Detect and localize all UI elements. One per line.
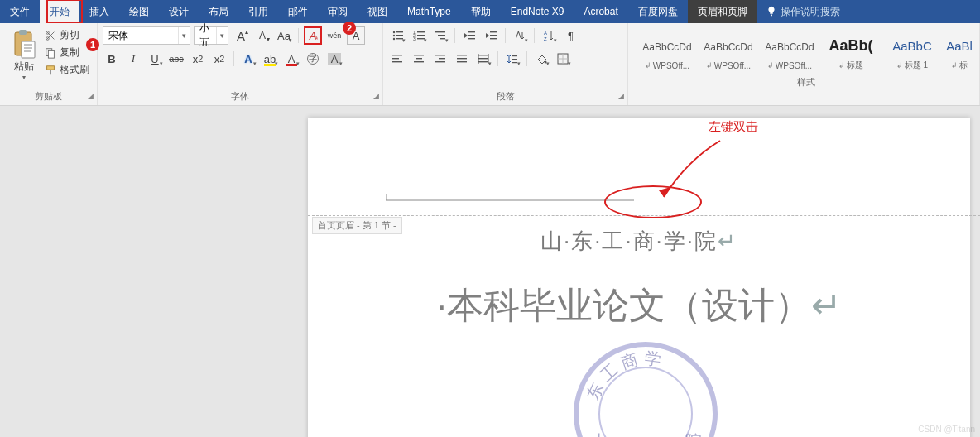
svg-rect-34	[392, 58, 399, 59]
paragraph-launcher[interactable]: ◢	[618, 92, 624, 100]
style-item-more[interactable]: AaBl↲标	[943, 26, 976, 76]
svg-point-11	[393, 35, 395, 36]
subscript-button[interactable]: x2	[189, 50, 207, 68]
cut-button[interactable]: 剪切	[45, 28, 92, 42]
style-item-heading1[interactable]: AaBbC↲标题 1	[882, 26, 943, 76]
align-right-icon	[435, 53, 446, 65]
scissors-icon	[45, 30, 56, 41]
style-item-title[interactable]: AaBb(↲标题	[820, 26, 882, 76]
enclose-characters-button[interactable]: 字	[304, 50, 322, 68]
svg-rect-7	[46, 65, 54, 69]
return-mark: ↵	[811, 285, 842, 325]
change-case-button[interactable]: Aa	[275, 26, 293, 45]
svg-rect-33	[392, 55, 402, 55]
tab-draw[interactable]: 绘图	[119, 0, 159, 23]
line-spacing-button[interactable]	[503, 50, 521, 68]
svg-rect-22	[438, 35, 445, 36]
paste-icon[interactable]	[12, 30, 36, 60]
document-title-text[interactable]: ·本科毕业论文（设计）↵	[308, 281, 970, 330]
svg-rect-36	[414, 55, 424, 55]
tab-file[interactable]: 文件	[0, 0, 40, 23]
tab-header-footer[interactable]: 页眉和页脚	[688, 0, 757, 23]
tab-help[interactable]: 帮助	[461, 0, 501, 23]
align-left-button[interactable]	[388, 50, 406, 68]
superscript-button[interactable]: x2	[210, 50, 228, 68]
bullet-list-button[interactable]	[388, 26, 406, 45]
style-item-wps1[interactable]: AaBbCcDd↲WPSOff...	[637, 26, 698, 76]
group-font-label: 字体	[231, 91, 249, 101]
italic-button[interactable]: I	[124, 50, 142, 68]
tab-baidudisk[interactable]: 百度网盘	[628, 0, 688, 23]
svg-rect-12	[396, 35, 403, 36]
align-distribute-button[interactable]	[474, 50, 492, 68]
character-shading-button[interactable]: A	[325, 50, 343, 68]
tab-layout[interactable]: 布局	[199, 0, 238, 23]
multilevel-list-button[interactable]	[431, 26, 449, 45]
svg-rect-6	[48, 50, 54, 58]
font-color-button[interactable]: A	[282, 50, 300, 68]
text-direction-button[interactable]: A	[511, 26, 529, 45]
svg-rect-24	[468, 31, 475, 32]
strikethrough-button[interactable]: abc	[167, 50, 185, 68]
style-item-wps3[interactable]: AaBbCcDd↲WPSOff...	[759, 26, 820, 76]
svg-rect-35	[392, 61, 402, 62]
font-name-combo[interactable]: 宋体▾	[103, 26, 190, 45]
format-painter-button[interactable]: 格式刷	[45, 63, 92, 77]
annotation-label: 左键双击	[709, 119, 758, 135]
text-effects-button[interactable]: A	[239, 50, 257, 68]
styles-gallery[interactable]: AaBbCcDd↲WPSOff... AaBbCcDd↲WPSOff... Aa…	[637, 26, 976, 76]
tab-insert[interactable]: 插入	[79, 0, 119, 23]
shrink-font-button[interactable]: A▾	[253, 26, 271, 45]
document-area: 首页页眉 - 第 1 节 - 山·东·工·商·学·院↵ ·本科毕业论文（设计）↵…	[0, 106, 980, 437]
svg-text:A: A	[516, 31, 521, 40]
clear-formatting-button[interactable]: A✎	[304, 26, 322, 45]
phonetic-guide-button[interactable]: wén	[325, 26, 343, 45]
textdir-icon: A	[514, 30, 526, 41]
paste-label[interactable]: 粘贴	[14, 60, 34, 74]
tell-me-search[interactable]: 操作说明搜索	[757, 0, 848, 23]
align-center-button[interactable]	[410, 50, 428, 68]
tab-mail[interactable]: 邮件	[278, 0, 318, 23]
sort-button[interactable]: AZ	[540, 26, 558, 45]
tab-endnote[interactable]: EndNote X9	[501, 0, 574, 23]
tab-mathtype[interactable]: MathType	[397, 0, 461, 23]
increase-indent-button[interactable]	[482, 26, 500, 45]
tab-review[interactable]: 审阅	[318, 0, 358, 23]
tab-references[interactable]: 引用	[238, 0, 278, 23]
svg-rect-26	[468, 38, 475, 39]
borders-button[interactable]	[554, 50, 572, 68]
svg-rect-45	[478, 55, 488, 55]
show-marks-button[interactable]: ¶	[561, 26, 579, 45]
align-right-button[interactable]	[431, 50, 449, 68]
svg-rect-18	[417, 35, 425, 36]
number-list-button[interactable]: 123	[410, 26, 428, 45]
grow-font-button[interactable]: A▴	[232, 26, 250, 45]
svg-rect-10	[396, 31, 403, 32]
tab-design[interactable]: 设计	[159, 0, 199, 23]
style-item-wps2[interactable]: AaBbCcDd↲WPSOff...	[698, 26, 759, 76]
copy-button[interactable]: 复制	[45, 46, 92, 60]
underline-button[interactable]: U	[146, 50, 164, 68]
font-size-combo[interactable]: 小五▾	[194, 26, 228, 45]
svg-text:Z: Z	[544, 36, 547, 41]
font-launcher[interactable]: ◢	[373, 92, 379, 100]
indent-icon	[485, 30, 497, 41]
tab-acrobat[interactable]: Acrobat	[574, 0, 627, 23]
header-text[interactable]: 山·东·工·商·学·院↵	[308, 227, 970, 256]
highlight-button[interactable]: ab	[261, 50, 279, 68]
horizontal-ruler[interactable]	[386, 190, 634, 202]
svg-rect-42	[457, 55, 467, 55]
tab-view[interactable]: 视图	[358, 0, 397, 23]
numbering-icon: 123	[413, 30, 425, 41]
decrease-indent-button[interactable]	[460, 26, 478, 45]
distribute-icon	[478, 53, 489, 65]
shading-button[interactable]	[532, 50, 550, 68]
svg-rect-21	[435, 31, 445, 32]
tab-home[interactable]: 开始	[40, 0, 79, 23]
group-paragraph: 123 A AZ ¶	[383, 23, 628, 105]
bold-button[interactable]: B	[103, 50, 121, 68]
align-justify-button[interactable]	[453, 50, 471, 68]
annotation-ellipse	[604, 185, 702, 218]
group-font: 宋体▾ 小五▾ A▴ A▾ Aa A✎ wén A B I U abc x2 x…	[98, 23, 383, 105]
clipboard-launcher[interactable]: ◢	[88, 92, 94, 100]
